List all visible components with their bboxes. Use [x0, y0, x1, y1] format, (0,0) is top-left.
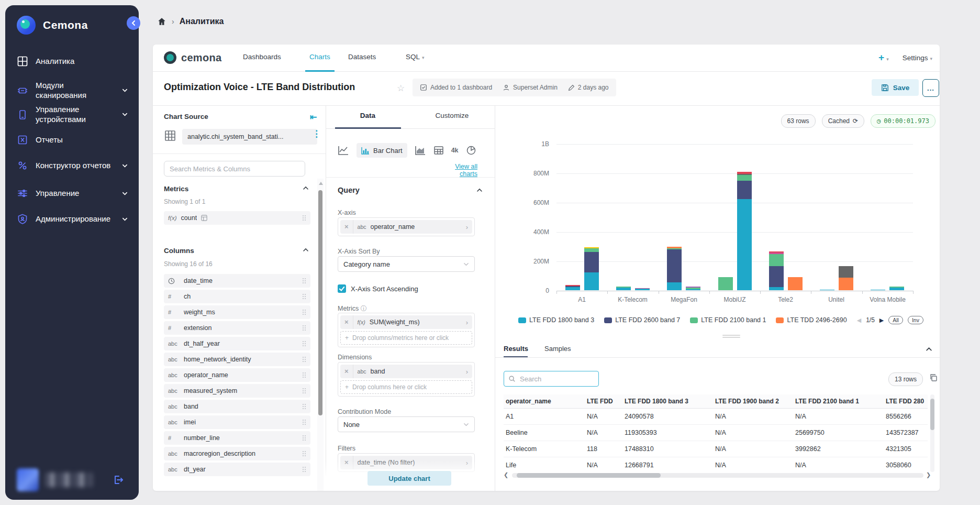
- new-button[interactable]: +▾: [878, 52, 889, 63]
- table-row[interactable]: LifeN/A12668791N/AN/A3058060: [504, 457, 928, 473]
- user-row[interactable]: [16, 467, 130, 492]
- metrics-drop-zone[interactable]: +Drop columns/metrics here or click: [340, 331, 472, 345]
- modified-badge[interactable]: 2 days ago: [568, 84, 609, 91]
- stacked-bar-Tele2-0[interactable]: [769, 251, 784, 290]
- stacked-bar-Tele2-1[interactable]: [788, 277, 803, 290]
- dataset-menu-icon[interactable]: ⋮: [312, 129, 321, 138]
- column-item-number_line[interactable]: #number_line: [164, 431, 310, 445]
- cached-badge[interactable]: Cached⟳: [822, 114, 864, 128]
- table-horizontal-scrollbar-thumb[interactable]: [517, 473, 661, 478]
- more-actions-button[interactable]: ...: [922, 79, 939, 97]
- owner-badge[interactable]: Superset Admin: [503, 84, 558, 91]
- chart-title[interactable]: Optimization Voice - LTE Band Distributi…: [164, 82, 355, 93]
- resize-drag-handle[interactable]: [722, 334, 740, 339]
- chevron-down-icon[interactable]: [122, 216, 128, 222]
- row-count-badge[interactable]: 63 rows: [781, 114, 816, 128]
- column-header-lte-fdd-280[interactable]: LTE FDD 280: [884, 394, 928, 409]
- nav-dashboards[interactable]: Dashboards: [243, 53, 281, 61]
- columns-collapse-icon[interactable]: [303, 247, 309, 253]
- superset-logo[interactable]: cemona: [164, 51, 221, 64]
- results-tab-results[interactable]: Results: [504, 345, 528, 353]
- metrics-collapse-icon[interactable]: [303, 185, 309, 191]
- scrollbar-up-arrow[interactable]: [319, 182, 323, 185]
- checkbox-checked-icon[interactable]: [338, 284, 346, 293]
- column-header-lte-fdd[interactable]: LTE FDD: [585, 394, 622, 409]
- table-row[interactable]: BeelineN/A119305393N/A25699750143572387: [504, 425, 928, 441]
- column-item-macroregion_description[interactable]: abcmacroregion_description: [164, 447, 310, 460]
- stacked-bar-Volna-Mobile-1[interactable]: [889, 287, 904, 290]
- logout-icon[interactable]: [112, 474, 125, 486]
- column-header-lte-fdd-1900-band-2[interactable]: LTE FDD 1900 band 2: [713, 394, 793, 409]
- drag-handle-icon[interactable]: [302, 466, 306, 473]
- column-item-imei[interactable]: abcimei: [164, 415, 310, 429]
- scroll-right-icon[interactable]: ❯: [926, 471, 931, 478]
- legend-item[interactable]: LTE TDD 2496-2690: [776, 316, 847, 324]
- sidebar-collapse-button[interactable]: [127, 16, 140, 30]
- info-icon[interactable]: ⓘ: [361, 305, 367, 312]
- column-header-lte-fdd-2100-band-1[interactable]: LTE FDD 2100 band 1: [793, 394, 884, 409]
- column-item-date_time[interactable]: date_time: [164, 274, 310, 288]
- stacked-bar-MegaFon-1[interactable]: [686, 287, 700, 290]
- drag-handle-icon[interactable]: [302, 325, 306, 331]
- chevron-right-icon[interactable]: ›: [466, 223, 468, 231]
- drag-handle-icon[interactable]: [302, 293, 306, 300]
- column-item-dt_year[interactable]: abcdt_year: [164, 463, 310, 476]
- drag-handle-icon[interactable]: [302, 215, 306, 221]
- sidebar-item-7[interactable]: Администрирование: [17, 213, 131, 225]
- column-item-extension[interactable]: #extension: [164, 321, 310, 335]
- drag-handle-icon[interactable]: [302, 451, 306, 457]
- sidebar-item-2[interactable]: Модули сканирования: [17, 81, 131, 101]
- home-icon[interactable]: [157, 17, 166, 26]
- column-header-lte-fdd-1800-band-3[interactable]: LTE FDD 1800 band 3: [622, 394, 713, 409]
- sidebar-item-3[interactable]: Управление устройствами: [17, 105, 131, 125]
- drag-handle-icon[interactable]: [302, 278, 306, 284]
- bar-chart-plot[interactable]: A1K-TelecomMegaFonMobiUZTele2UnitelVolna…: [556, 144, 913, 291]
- stacked-bar-Unitel-0[interactable]: [820, 290, 834, 291]
- dimensions-drop-zone[interactable]: +Drop columns here or click: [340, 380, 472, 394]
- sort-ascending-row[interactable]: X-Axis Sort Ascending: [338, 284, 418, 293]
- legend-inv-button[interactable]: Inv: [908, 316, 923, 324]
- table-vertical-scrollbar-thumb[interactable]: [930, 399, 934, 430]
- legend-all-button[interactable]: All: [888, 316, 903, 324]
- dimension-value-pill[interactable]: × abc band ›: [340, 365, 472, 378]
- legend-next-icon[interactable]: ▶: [879, 317, 884, 324]
- stacked-bar-Unitel-1[interactable]: [839, 266, 853, 290]
- legend-prev-icon[interactable]: ◀: [857, 317, 861, 324]
- column-item-home_network_identity[interactable]: abchome_network_identity: [164, 353, 310, 366]
- view-all-charts-link[interactable]: View all charts: [436, 163, 477, 178]
- stacked-bar-A1-1[interactable]: [584, 247, 599, 290]
- sort-by-select[interactable]: Category name: [338, 256, 475, 272]
- sidebar-item-6[interactable]: Управление: [17, 188, 131, 199]
- chevron-right-icon[interactable]: ›: [466, 319, 468, 326]
- save-button[interactable]: Save: [872, 79, 919, 96]
- tab-customize[interactable]: Customize: [410, 112, 494, 119]
- stacked-bar-K-Telecom-0[interactable]: [616, 287, 631, 290]
- breadcrumb-current[interactable]: Аналитика: [180, 17, 224, 26]
- nav-charts[interactable]: Charts: [309, 53, 330, 61]
- chevron-down-icon[interactable]: [122, 191, 128, 196]
- sidebar-item-1[interactable]: Аналитика: [17, 56, 131, 67]
- stacked-bar-K-Telecom-1[interactable]: [635, 288, 650, 290]
- area-chart-icon[interactable]: [415, 145, 426, 156]
- results-tab-samples[interactable]: Samples: [544, 345, 571, 353]
- column-item-band[interactable]: abcband: [164, 400, 310, 413]
- chevron-down-icon[interactable]: [122, 163, 128, 169]
- contribution-mode-select[interactable]: None: [338, 416, 475, 432]
- x-axis-value-pill[interactable]: × abc operator_name ›: [340, 220, 472, 234]
- scroll-left-icon[interactable]: ❮: [504, 471, 508, 478]
- nav-sql[interactable]: SQL▾: [406, 53, 425, 61]
- results-table[interactable]: operator_nameLTE FDDLTE FDD 1800 band 3L…: [504, 394, 928, 472]
- chevron-down-icon[interactable]: [122, 112, 128, 117]
- favorite-star-icon[interactable]: ☆: [397, 83, 405, 94]
- chevron-down-icon[interactable]: [122, 87, 128, 93]
- table-row[interactable]: K-Telecom11817488310N/A39928624321305: [504, 441, 928, 457]
- collapse-panel-icon[interactable]: ⇤: [310, 112, 317, 122]
- drag-handle-icon[interactable]: [302, 388, 306, 394]
- chevron-right-icon[interactable]: ›: [466, 368, 468, 376]
- column-item-dt_half_year[interactable]: abcdt_half_year: [164, 337, 310, 350]
- drag-handle-icon[interactable]: [302, 309, 306, 315]
- results-search[interactable]: [504, 371, 599, 387]
- results-search-input[interactable]: [519, 375, 589, 383]
- legend-item[interactable]: LTE FDD 1800 band 3: [518, 316, 594, 324]
- settings-menu[interactable]: Settings▾: [903, 53, 932, 62]
